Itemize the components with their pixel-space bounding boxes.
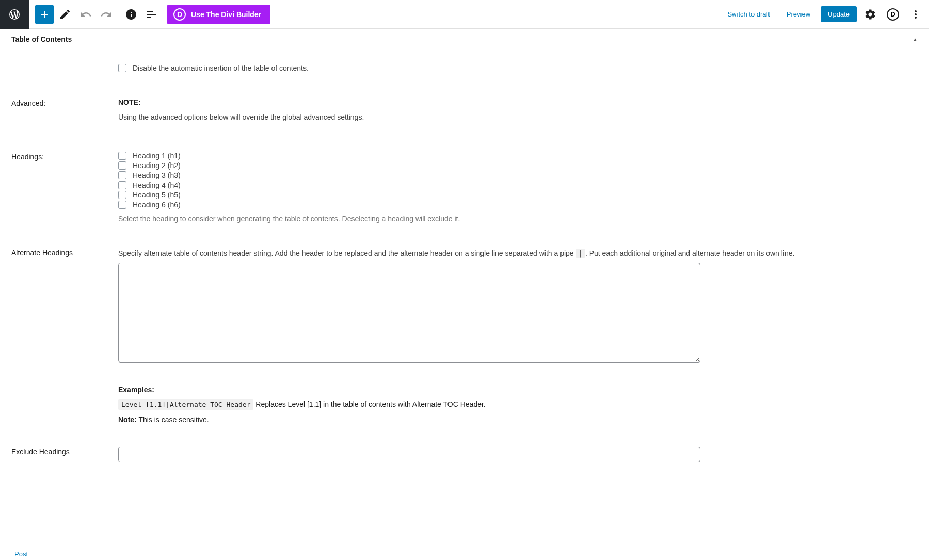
alternate-desc-part1: Specify alternate table of contents head… [118,249,576,257]
divi-settings-button[interactable]: D [884,5,902,24]
toolbar-left-group: D Use The Divi Builder [4,0,721,29]
headings-help-text: Select the heading to consider when gene… [118,213,918,224]
disable-row: Disable the automatic insertion of the t… [11,64,918,74]
alternate-label: Alternate Headings [11,248,118,424]
heading-option-h5: Heading 5 (h5) [118,191,918,199]
d-circle-icon: D [887,8,899,21]
examples-title: Examples: [118,386,918,394]
info-icon [125,8,137,21]
more-options-button[interactable] [906,5,925,24]
divi-builder-button[interactable]: D Use The Divi Builder [167,5,270,24]
advanced-label: Advanced: [11,98,118,123]
alternate-description: Specify alternate table of contents head… [118,248,918,259]
exclude-row: Exclude Headings [11,447,918,462]
heading-label-h6: Heading 6 (h6) [133,201,181,209]
preview-button[interactable]: Preview [780,6,816,22]
headings-row: Headings: Heading 1 (h1) Heading 2 (h2) … [11,152,918,224]
settings-button[interactable] [861,5,879,24]
alternate-body: Specify alternate table of contents head… [118,248,918,424]
panel-header: Table of Contents ▲ [0,29,929,50]
heading-label-h1: Heading 1 (h1) [133,152,181,160]
add-block-button[interactable] [35,5,54,24]
wordpress-logo[interactable] [0,0,29,29]
exclude-body [118,447,918,462]
heading-option-h2: Heading 2 (h2) [118,161,918,170]
wordpress-icon [8,8,21,21]
toolbar-right-group: Switch to draft Preview Update D [721,5,925,24]
heading-label-h5: Heading 5 (h5) [133,191,181,199]
alternate-row: Alternate Headings Specify alternate tab… [11,248,918,424]
redo-button[interactable] [97,5,116,24]
undo-icon [79,8,92,21]
heading-option-h4: Heading 4 (h4) [118,181,918,189]
heading-option-h3: Heading 3 (h3) [118,171,918,179]
advanced-note-text: Using the advanced options below will ov… [118,111,918,123]
exclude-label: Exclude Headings [11,447,118,462]
headings-label: Headings: [11,152,118,224]
editor-toolbar: D Use The Divi Builder Switch to draft P… [0,0,929,29]
panel-title: Table of Contents [11,35,72,43]
switch-draft-button[interactable]: Switch to draft [721,6,776,22]
heading-checkbox-h6[interactable] [118,201,126,209]
plus-icon [38,8,51,21]
panel-content: Disable the automatic insertion of the t… [0,64,929,477]
advanced-note-title: NOTE: [118,98,918,106]
heading-checkbox-h4[interactable] [118,181,126,189]
heading-label-h3: Heading 3 (h3) [133,171,181,179]
disable-row-body: Disable the automatic insertion of the t… [118,64,918,74]
pencil-icon [59,8,71,21]
note-text: This is case sensitive. [137,416,209,424]
edit-button[interactable] [56,5,74,24]
disable-row-label [11,64,118,74]
pipe-symbol: | [576,249,585,258]
heading-option-h6: Heading 6 (h6) [118,201,918,209]
divi-icon: D [173,8,186,21]
divi-button-label: Use The Divi Builder [191,10,261,19]
update-button[interactable]: Update [821,6,857,22]
note-label: Note: [118,416,137,424]
list-view-button[interactable] [142,5,161,24]
heading-label-h2: Heading 2 (h2) [133,161,181,170]
headings-body: Heading 1 (h1) Heading 2 (h2) Heading 3 … [118,152,918,224]
example-text: Replaces Level [1.1] in the table of con… [253,400,485,408]
heading-checkbox-h2[interactable] [118,161,126,170]
example-code: Level [1.1]|Alternate TOC Header [118,399,253,410]
disable-checkbox-line: Disable the automatic insertion of the t… [118,64,918,72]
disable-checkbox[interactable] [118,64,126,72]
collapse-toggle[interactable]: ▲ [912,37,918,42]
redo-icon [100,8,113,21]
heading-option-h1: Heading 1 (h1) [118,152,918,160]
alternate-desc-part2: . Put each additional original and alter… [585,249,795,257]
undo-button[interactable] [76,5,95,24]
heading-checkbox-h1[interactable] [118,152,126,160]
example-line: Level [1.1]|Alternate TOC Header Replace… [118,400,918,408]
advanced-body: NOTE: Using the advanced options below w… [118,98,918,123]
heading-label-h4: Heading 4 (h4) [133,181,181,189]
note-line: Note: This is case sensitive. [118,416,918,424]
heading-checkbox-h5[interactable] [118,191,126,199]
disable-checkbox-label: Disable the automatic insertion of the t… [133,64,309,72]
gear-icon [864,8,876,21]
exclude-headings-input[interactable] [118,447,700,462]
heading-checkbox-h3[interactable] [118,171,126,179]
more-vertical-icon [909,8,922,21]
alternate-headings-textarea[interactable] [118,263,700,363]
list-icon [146,8,158,21]
advanced-row: Advanced: NOTE: Using the advanced optio… [11,98,918,123]
info-button[interactable] [122,5,140,24]
